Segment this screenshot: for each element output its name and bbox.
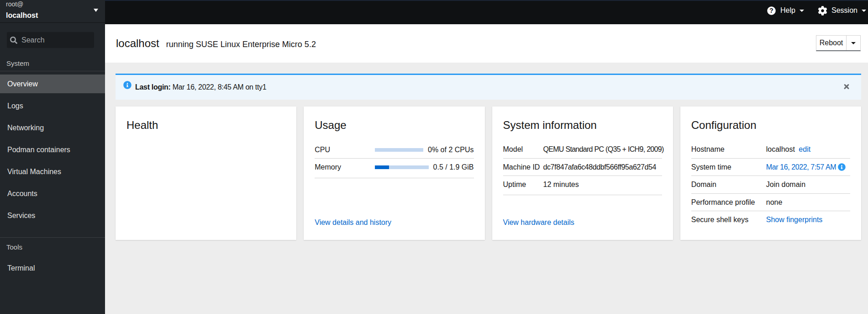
svg-text:?: ? (769, 7, 773, 14)
